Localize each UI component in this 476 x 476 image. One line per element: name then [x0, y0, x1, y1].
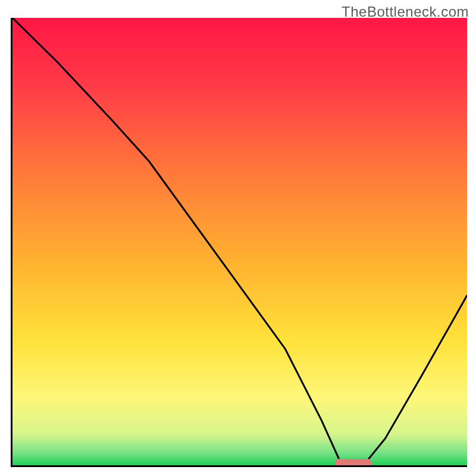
chart-plot-area — [11, 18, 467, 467]
optimal-range-marker — [335, 459, 371, 467]
chart-curve — [12, 18, 467, 465]
